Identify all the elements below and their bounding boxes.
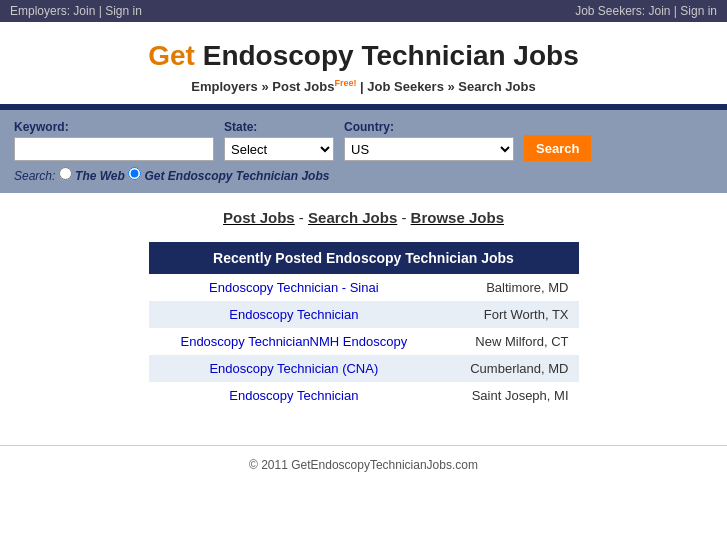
browse-jobs-main-link[interactable]: Browse Jobs: [411, 209, 504, 226]
jobseekers-label: Job Seekers: [367, 79, 444, 94]
jobs-table: Recently Posted Endoscopy Technician Job…: [149, 242, 579, 409]
header-nav: Employers » Post JobsFree! | Job Seekers…: [10, 78, 717, 94]
jobs-table-header: Recently Posted Endoscopy Technician Job…: [149, 242, 579, 274]
job-title-link[interactable]: Endoscopy TechnicianNMH Endoscopy: [180, 334, 407, 349]
search-jobs-link[interactable]: Search Jobs: [458, 79, 535, 94]
radio-site-label: Get Endoscopy Technician Jobs: [145, 169, 330, 183]
state-field-group: State: Select ALAKAZCA COFLGAIL MDNYTX: [224, 120, 334, 161]
job-title-cell: Endoscopy Technician: [149, 382, 440, 409]
country-field-group: Country: US CanadaUK: [344, 120, 514, 161]
table-row: Endoscopy Technician - Sinai Baltimore, …: [149, 274, 579, 301]
arrow2: »: [444, 79, 458, 94]
footer: © 2011 GetEndoscopyTechnicianJobs.com: [0, 446, 727, 484]
keyword-label: Keyword:: [14, 120, 214, 134]
keyword-field-group: Keyword:: [14, 120, 214, 161]
table-row: Endoscopy TechnicianNMH Endoscopy New Mi…: [149, 328, 579, 355]
job-title-cell: Endoscopy Technician: [149, 301, 440, 328]
search-radio-label: Search:: [14, 169, 55, 183]
dash2: -: [397, 209, 410, 226]
separator: |: [356, 79, 367, 94]
job-title-link[interactable]: Endoscopy Technician: [229, 388, 358, 403]
radio-site[interactable]: [128, 167, 141, 180]
table-row: Endoscopy Technician Saint Joseph, MI: [149, 382, 579, 409]
job-title-link[interactable]: Endoscopy Technician - Sinai: [209, 280, 379, 295]
top-bar: Employers: Join | Sign in Job Seekers: J…: [0, 0, 727, 22]
job-title-cell: Endoscopy Technician (CNA): [149, 355, 440, 382]
job-title-link[interactable]: Endoscopy Technician (CNA): [209, 361, 378, 376]
footer-text: © 2011 GetEndoscopyTechnicianJobs.com: [249, 458, 478, 472]
employers-label: Employers: [191, 79, 257, 94]
search-button[interactable]: Search: [524, 135, 591, 161]
title-rest: Endoscopy Technician Jobs: [195, 40, 579, 71]
job-title-cell: Endoscopy Technician - Sinai: [149, 274, 440, 301]
title-get: Get: [148, 40, 195, 71]
radio-web-label: The Web: [75, 169, 125, 183]
state-select[interactable]: Select ALAKAZCA COFLGAIL MDNYTX: [224, 137, 334, 161]
jobseekers-top-link[interactable]: Job Seekers: Join | Sign in: [575, 4, 717, 18]
keyword-input[interactable]: [14, 137, 214, 161]
page-title: Get Endoscopy Technician Jobs: [10, 40, 717, 72]
job-title-link[interactable]: Endoscopy Technician: [229, 307, 358, 322]
state-label: State:: [224, 120, 334, 134]
employers-top-link[interactable]: Employers: Join | Sign in: [10, 4, 142, 18]
main-nav-links: Post Jobs - Search Jobs - Browse Jobs: [80, 209, 647, 226]
job-location-cell: New Milford, CT: [439, 328, 578, 355]
search-fields: Keyword: State: Select ALAKAZCA COFLGAIL…: [14, 120, 713, 161]
job-location-cell: Baltimore, MD: [439, 274, 578, 301]
job-location-cell: Cumberland, MD: [439, 355, 578, 382]
table-row: Endoscopy Technician Fort Worth, TX: [149, 301, 579, 328]
post-jobs-link[interactable]: Post JobsFree!: [272, 79, 356, 94]
main-content: Post Jobs - Search Jobs - Browse Jobs Re…: [0, 193, 727, 425]
job-title-cell: Endoscopy TechnicianNMH Endoscopy: [149, 328, 440, 355]
post-jobs-main-link[interactable]: Post Jobs: [223, 209, 295, 226]
header: Get Endoscopy Technician Jobs Employers …: [0, 22, 727, 104]
dash1: -: [295, 209, 308, 226]
country-label: Country:: [344, 120, 514, 134]
country-select[interactable]: US CanadaUK: [344, 137, 514, 161]
radio-web[interactable]: [59, 167, 72, 180]
arrow1: »: [258, 79, 272, 94]
table-row: Endoscopy Technician (CNA) Cumberland, M…: [149, 355, 579, 382]
job-location-cell: Fort Worth, TX: [439, 301, 578, 328]
search-jobs-main-link[interactable]: Search Jobs: [308, 209, 397, 226]
job-location-cell: Saint Joseph, MI: [439, 382, 578, 409]
search-radio-group: Search: The Web Get Endoscopy Technician…: [14, 167, 713, 183]
search-bar: Keyword: State: Select ALAKAZCA COFLGAIL…: [0, 110, 727, 193]
